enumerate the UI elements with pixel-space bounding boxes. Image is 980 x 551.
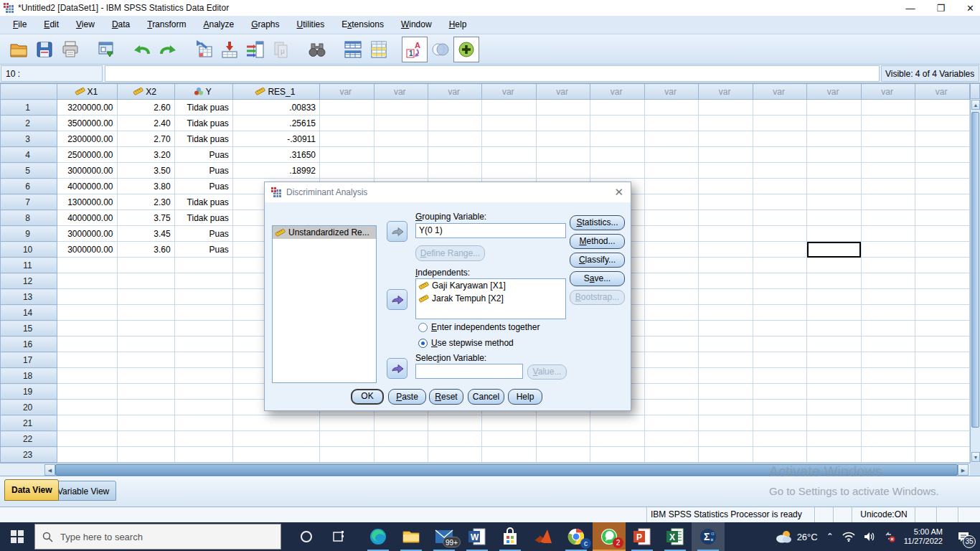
grid-cell[interactable]: .25615	[232, 116, 319, 131]
grid-cell[interactable]	[374, 431, 428, 447]
grid-cell[interactable]	[644, 431, 698, 447]
menu-item-extensions[interactable]: Extensions	[333, 16, 392, 34]
grid-cell[interactable]	[915, 305, 970, 321]
grid-cell[interactable]: 3000000.00	[57, 163, 117, 179]
grid-cell[interactable]: 2.30	[117, 194, 174, 210]
find-button[interactable]	[304, 37, 330, 62]
grid-cell[interactable]	[861, 384, 915, 400]
grid-cell[interactable]	[590, 116, 644, 131]
grid-cell[interactable]	[428, 116, 481, 131]
grid-cell[interactable]	[753, 242, 806, 258]
grid-cell[interactable]	[915, 210, 970, 226]
row-header[interactable]: 20	[1, 400, 57, 415]
grid-cell[interactable]	[915, 179, 970, 194]
grid-cell[interactable]	[117, 400, 174, 415]
column-header-var[interactable]: var	[590, 84, 644, 100]
taskbar-store[interactable]	[494, 522, 527, 551]
grid-cell[interactable]	[861, 305, 915, 321]
grid-cell[interactable]	[644, 305, 698, 321]
radio-stepwise[interactable]: Use stepwise method	[418, 338, 514, 348]
print-button[interactable]	[57, 37, 83, 62]
list-item-x1[interactable]: Gaji Karyawan [X1]	[416, 279, 565, 292]
menu-item-transform[interactable]: Transform	[138, 16, 194, 34]
menu-item-utilities[interactable]: Utilities	[288, 16, 334, 34]
grid-cell[interactable]	[117, 352, 174, 368]
grid-cell[interactable]	[482, 447, 536, 463]
selection-transfer-button[interactable]	[387, 358, 407, 379]
column-header-var[interactable]: var	[753, 84, 806, 100]
save-button[interactable]: Save...	[570, 271, 625, 286]
variables-button[interactable]	[242, 37, 268, 62]
taskbar-mail[interactable]: 99+	[428, 522, 461, 551]
grid-cell[interactable]	[915, 163, 970, 179]
value-labels-button[interactable]: A1	[402, 37, 428, 62]
save-file-button[interactable]	[32, 37, 57, 62]
menu-item-graphs[interactable]: Graphs	[242, 16, 288, 34]
grid-cell[interactable]	[807, 116, 861, 131]
grid-cell[interactable]	[644, 447, 698, 463]
grid-cell[interactable]	[699, 210, 753, 226]
grid-cell[interactable]	[57, 273, 117, 289]
menu-item-window[interactable]: Window	[392, 16, 440, 34]
grid-cell[interactable]	[753, 179, 806, 194]
grid-cell[interactable]	[861, 273, 915, 289]
grid-cell[interactable]: 3.20	[117, 147, 174, 163]
grid-cell[interactable]	[699, 163, 753, 179]
notifications-button[interactable]: 35	[951, 522, 976, 551]
grid-cell[interactable]	[861, 352, 915, 368]
row-header[interactable]: 12	[1, 273, 57, 289]
row-header[interactable]: 19	[1, 384, 57, 400]
grid-cell[interactable]	[57, 400, 117, 415]
grid-cell[interactable]	[807, 210, 861, 226]
grid-cell[interactable]	[861, 179, 915, 194]
grid-cell[interactable]	[699, 400, 753, 415]
use-variable-sets-button[interactable]	[428, 37, 453, 62]
grid-cell[interactable]	[644, 131, 698, 147]
grid-cell[interactable]	[320, 447, 374, 463]
grid-cell[interactable]	[915, 147, 970, 163]
grid-cell[interactable]	[861, 258, 915, 273]
value-button[interactable]: Value...	[527, 364, 567, 380]
grid-cell[interactable]: Tidak puas	[174, 210, 232, 226]
grid-cell[interactable]	[374, 100, 428, 116]
grid-cell[interactable]	[915, 258, 970, 273]
grid-cell[interactable]	[699, 384, 753, 400]
grid-cell[interactable]	[915, 242, 970, 258]
row-header[interactable]: 6	[1, 179, 57, 194]
grid-cell[interactable]	[174, 415, 232, 431]
grid-cell[interactable]	[807, 336, 861, 352]
redo-button[interactable]	[155, 37, 181, 62]
grid-cell[interactable]	[753, 352, 806, 368]
grid-cell[interactable]	[117, 273, 174, 289]
grid-cell[interactable]	[482, 131, 536, 147]
grid-cell[interactable]	[699, 131, 753, 147]
recall-dialogs-button[interactable]	[93, 37, 119, 62]
minimize-button[interactable]: —	[905, 3, 915, 14]
grid-cell[interactable]	[807, 100, 861, 116]
taskbar-search-box[interactable]: Type here to search	[34, 524, 281, 550]
grid-cell[interactable]	[174, 273, 232, 289]
taskbar-matlab[interactable]	[527, 522, 560, 551]
grid-cell[interactable]: 3.80	[117, 179, 174, 194]
grid-cell[interactable]	[915, 431, 970, 447]
clock[interactable]: 5:00 AM 11/27/2022	[904, 527, 943, 546]
grid-cell[interactable]	[174, 447, 232, 463]
tab-variable-view[interactable]: Variable View	[50, 481, 116, 501]
grid-cell[interactable]: 2.70	[117, 131, 174, 147]
grid-cell[interactable]	[644, 352, 698, 368]
grid-cell[interactable]	[753, 116, 806, 131]
taskbar-whatsapp[interactable]: 2	[593, 522, 626, 551]
grid-cell[interactable]: 3.60	[117, 242, 174, 258]
grid-cell[interactable]	[536, 431, 590, 447]
grid-cell[interactable]	[644, 273, 698, 289]
row-header[interactable]: 23	[1, 447, 57, 463]
radio-button-icon[interactable]	[418, 339, 428, 348]
grid-cell[interactable]	[807, 163, 861, 179]
grid-cell[interactable]	[753, 368, 806, 384]
grid-cell[interactable]	[915, 289, 970, 305]
bootstrap-button[interactable]: Bootstrap...	[570, 290, 625, 305]
grid-cell[interactable]	[807, 352, 861, 368]
grid-cell[interactable]	[753, 226, 806, 242]
classify-button[interactable]: Classify...	[570, 253, 625, 268]
grid-cell[interactable]	[590, 147, 644, 163]
